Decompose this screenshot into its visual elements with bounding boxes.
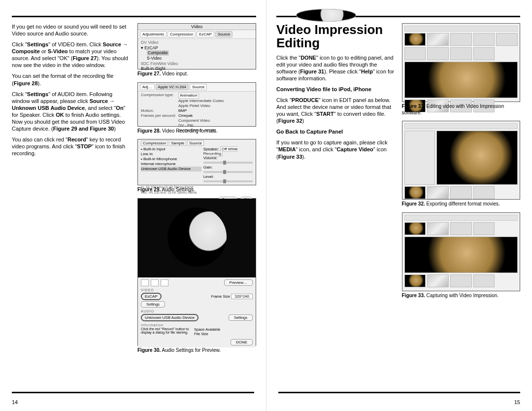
fig27-ezcap[interactable]: ▾ EzCAP [141, 45, 253, 51]
bottom-rule [12, 392, 254, 393]
fig28-tabs: Adj… Apple VC H.264 Source [138, 83, 256, 92]
fig27-iidc: IIDC FireWire Video [141, 61, 253, 67]
fig33-toolbar [404, 215, 518, 221]
fig27-dvvideo: DV Video [141, 40, 253, 45]
page-number-left: 14 [12, 399, 18, 405]
volume-slider[interactable] [203, 162, 253, 164]
right-col-figures: Figure 31. Editing video with Video Impr… [402, 23, 521, 389]
preview-button[interactable]: Preview… [224, 279, 253, 286]
rewind-icon[interactable] [141, 279, 149, 286]
l-p2: Click "Settings" of VIDEO item. Click So… [12, 41, 131, 68]
thumb[interactable] [473, 222, 495, 235]
timeline-clip[interactable] [473, 186, 495, 199]
fig32-caption: Figure 32. Exporting different format mo… [402, 201, 521, 207]
fig27-item-svideo[interactable]: S-Video [147, 56, 162, 61]
thumb[interactable] [450, 222, 472, 235]
figure-33 [402, 212, 521, 291]
play-icon[interactable] [151, 279, 159, 286]
r-h1: Converting Video file to iPod, iPhone [276, 86, 395, 93]
thumb[interactable] [404, 47, 426, 60]
figure-29: Compression Sample Source • Built-in Inp… [137, 139, 256, 185]
gain-slider[interactable] [203, 171, 253, 173]
done-button[interactable]: DONE [231, 339, 253, 345]
fig30-preview [138, 199, 256, 277]
l-p3: You can set the format of the recording … [12, 72, 131, 86]
thumb[interactable] [427, 33, 449, 46]
tab-compression[interactable]: Compression [167, 31, 196, 37]
l-p4: Click "Settings" of AUDIO item. Followin… [12, 91, 131, 132]
fig32-preview [436, 131, 518, 185]
tab-source[interactable]: Source [215, 31, 233, 37]
fig27-list: DV Video ▾ EzCAP Composite S-Video IIDC … [138, 39, 256, 72]
fig32-side [404, 131, 435, 185]
bottom-rule-r [278, 392, 520, 393]
thumb[interactable] [427, 222, 449, 235]
thumb[interactable] [404, 33, 426, 46]
r-h2: Go Back to Capture Panel [276, 128, 395, 135]
video-settings-button[interactable]: Settings [141, 301, 165, 308]
thumb[interactable] [450, 47, 472, 60]
timeline-clip[interactable] [473, 274, 495, 287]
fig33-preview [404, 237, 518, 273]
tab-adjustments[interactable]: Adjustments [140, 31, 166, 37]
timeline-clip[interactable] [404, 274, 426, 287]
page-number-right: 15 [514, 399, 520, 405]
timeline-clip[interactable] [427, 186, 449, 199]
r-p3: If you want to go to capture again, plea… [276, 139, 395, 160]
audio-settings-button[interactable]: Settings [229, 314, 253, 321]
fig30-caption: Figure 30. Audio Settings for Preview. [137, 347, 256, 354]
thumb[interactable] [473, 47, 495, 60]
fig31-toolbar [404, 26, 518, 32]
fig27-tabs: Adjustments Compression EzCAP Source [138, 30, 256, 39]
left-col-figures: Video Adjustments Compression EzCAP Sour… [137, 23, 256, 389]
fig27-item-composite[interactable]: Composite [147, 50, 169, 56]
figure-28: Adj… Apple VC H.264 Source Compression t… [137, 82, 256, 127]
l-p1: If you get no video or sound you will ne… [12, 23, 131, 37]
moon-icon [167, 207, 227, 267]
level-meter [203, 180, 253, 182]
fig27-caption: Figure 27. Video input. [137, 71, 256, 77]
fig30-note: Click the red "Record" button to display… [141, 327, 190, 335]
left-col-text: If you get no video or sound you will ne… [12, 23, 131, 389]
figure-30: Preview… VIDEO EzCAP Frame Size 320*240 … [137, 198, 256, 346]
figure-31 [402, 23, 521, 102]
figure-32 [402, 121, 521, 200]
thumb[interactable] [473, 33, 495, 46]
right-col-text: Video Impression Editing Click the "DONE… [276, 23, 395, 389]
r-p2: Click "PRODUCE" icon in EDIT panel as be… [276, 97, 395, 124]
fig32-toolbar [404, 123, 518, 129]
ezcap-select[interactable]: EzCAP [141, 293, 162, 300]
thumb[interactable] [404, 222, 426, 235]
page-left: If you get no video or sound you will ne… [0, 0, 266, 411]
top-rule [12, 16, 256, 17]
r-p1: Click the "DONE" icon to go to editing p… [276, 54, 395, 82]
timeline-clip[interactable] [404, 186, 426, 199]
timeline-clip[interactable] [450, 186, 472, 199]
usb-audio-select[interactable]: Unknown USB Audio Device [141, 314, 199, 321]
right-columns: Video Impression Editing Click the "DONE… [276, 23, 520, 389]
spread: If you get no video or sound you will ne… [0, 0, 532, 411]
thumb[interactable] [427, 47, 449, 60]
forward-icon[interactable] [161, 279, 168, 286]
figure-27: Video Adjustments Compression EzCAP Sour… [137, 23, 256, 69]
fig31-preview [404, 62, 518, 98]
fig33-caption: Figure 33. Capturing with Video Impressi… [402, 293, 521, 299]
timeline-clip[interactable] [450, 274, 472, 287]
timeline-clip[interactable] [296, 9, 356, 22]
fig28-caption: Figure 28. Video Recording formats. [137, 128, 256, 135]
thumb[interactable] [496, 33, 518, 46]
thumb[interactable] [450, 33, 472, 46]
left-columns: If you get no video or sound you will ne… [12, 23, 256, 389]
timeline-clip[interactable] [427, 274, 449, 287]
l-p5: You also can click red "Record" key to r… [12, 136, 131, 157]
fig27-title: Video [138, 24, 256, 30]
page-right: Video Impression Editing Click the "DONE… [266, 0, 532, 411]
tab-ezcap[interactable]: EzCAP [197, 31, 214, 37]
section-title: Video Impression Editing [276, 23, 395, 50]
